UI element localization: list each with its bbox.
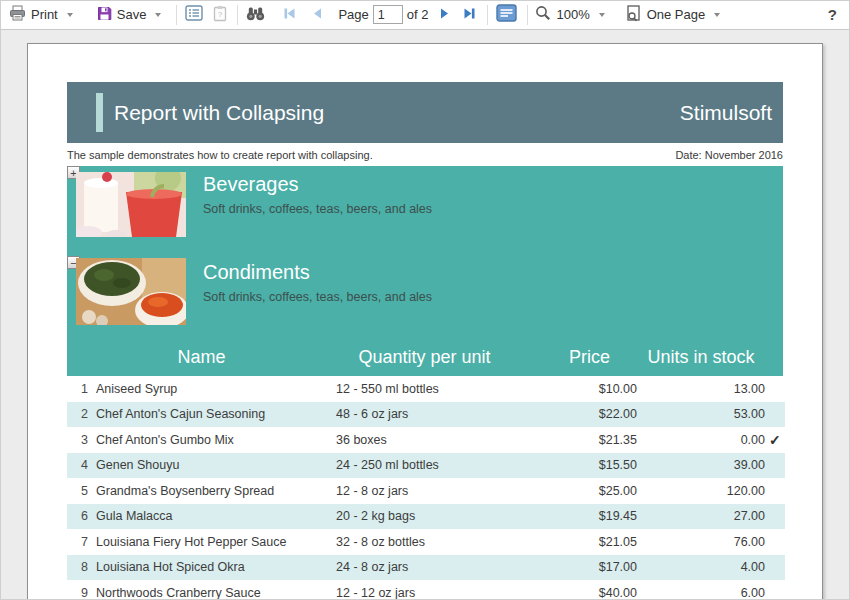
row-number: 7 — [67, 535, 96, 549]
full-screen-button[interactable] — [494, 2, 519, 28]
zoom-button[interactable]: 100% — [532, 2, 607, 28]
toolbar-separator — [176, 5, 177, 25]
cell-price: $21.35 — [542, 433, 637, 447]
bookmarks-panel-button[interactable] — [183, 2, 205, 28]
next-page-icon — [438, 7, 451, 23]
column-header-name: Name — [96, 347, 307, 368]
beverages-category: Beverages Soft drinks, coffees, teas, be… — [203, 173, 432, 216]
category-description: Soft drinks, coffees, teas, beers, and a… — [203, 202, 432, 216]
cell-units: 13.00 — [637, 382, 765, 396]
table-row: 2 Chef Anton's Cajun Seasoning 48 - 6 oz… — [67, 402, 785, 428]
one-page-icon — [625, 5, 642, 25]
page-label: Page — [338, 7, 368, 22]
svg-text:?: ? — [218, 10, 223, 19]
next-page-button[interactable] — [436, 2, 453, 28]
cell-quantity: 12 - 12 oz jars — [307, 586, 542, 600]
beverages-image — [76, 172, 186, 237]
table-row: 4 Genen Shouyu 24 - 250 ml bottles $15.5… — [67, 453, 785, 479]
table-row: 5 Grandma's Boysenberry Spread 12 - 8 oz… — [67, 478, 785, 504]
floppy-disk-icon — [97, 6, 112, 24]
previous-page-icon — [311, 7, 324, 23]
cell-name: Aniseed Syrup — [96, 382, 307, 396]
report-title: Report with Collapsing — [114, 101, 324, 125]
row-number: 3 — [67, 433, 96, 447]
check-mark-icon: ✓ — [765, 432, 785, 448]
cell-price: $15.50 — [542, 458, 637, 472]
help-button[interactable]: ? — [825, 6, 840, 23]
report-subheader: The sample demonstrates how to create re… — [67, 147, 783, 163]
cell-quantity: 12 - 8 oz jars — [307, 484, 542, 498]
toolbar-separator — [527, 5, 528, 25]
category-title: Beverages — [203, 173, 432, 196]
cell-name: Grandma's Boysenberry Spread — [96, 484, 307, 498]
cell-units: 76.00 — [637, 535, 765, 549]
row-number: 1 — [67, 382, 96, 396]
previous-page-button[interactable] — [309, 2, 326, 28]
toolbar-separator — [487, 5, 488, 25]
table-row: 6 Gula Malacca 20 - 2 kg bags $19.45 27.… — [67, 504, 785, 530]
cell-price: $17.00 — [542, 560, 637, 574]
report-title-banner: Report with Collapsing Stimulsoft — [67, 82, 783, 143]
magnifier-icon — [535, 5, 551, 24]
view-mode-button[interactable]: One Page — [622, 2, 724, 28]
cell-units: 120.00 — [637, 484, 765, 498]
cell-price: $21.05 — [542, 535, 637, 549]
report-date: Date: November 2016 — [675, 149, 783, 161]
cell-name: Genen Shouyu — [96, 458, 307, 472]
full-screen-icon — [496, 4, 517, 25]
table-row: 7 Louisiana Fiery Hot Pepper Sauce 32 - … — [67, 529, 785, 555]
save-button-label: Save — [117, 7, 147, 22]
parameters-panel-button[interactable]: ? — [211, 2, 229, 28]
table-row: 1 Aniseed Syrup 12 - 550 ml bottles $10.… — [67, 376, 785, 402]
condiments-category: Condiments Soft drinks, coffees, teas, b… — [203, 261, 432, 304]
cell-units: 0.00 — [637, 433, 765, 447]
first-page-icon — [283, 7, 297, 23]
save-button[interactable]: Save — [94, 2, 165, 28]
cell-name: Gula Malacca — [96, 509, 307, 523]
last-page-button[interactable] — [461, 2, 479, 28]
cell-quantity: 32 - 8 oz bottles — [307, 535, 542, 549]
table-header-row: Name Quantity per unit Price Units in st… — [67, 338, 785, 376]
table-row: 8 Louisiana Hot Spiced Okra 24 - 8 oz ja… — [67, 555, 785, 581]
cell-units: 4.00 — [637, 560, 765, 574]
cell-name: Chef Anton's Cajun Seasoning — [96, 407, 307, 421]
cell-quantity: 24 - 250 ml bottles — [307, 458, 542, 472]
last-page-icon — [463, 7, 477, 23]
cell-quantity: 48 - 6 oz jars — [307, 407, 542, 421]
cell-price: $22.00 — [542, 407, 637, 421]
chevron-down-icon — [599, 13, 605, 17]
row-number: 2 — [67, 407, 96, 421]
cell-name: Chef Anton's Gumbo Mix — [96, 433, 307, 447]
print-button-label: Print — [31, 7, 58, 22]
table-row: 9 Northwoods Cranberry Sauce 12 - 12 oz … — [67, 580, 785, 600]
table-body: 1 Aniseed Syrup 12 - 550 ml bottles $10.… — [67, 376, 785, 600]
first-page-button[interactable] — [281, 2, 299, 28]
category-title: Condiments — [203, 261, 432, 284]
row-number: 9 — [67, 586, 96, 600]
report-viewer-area: Report with Collapsing Stimulsoft The sa… — [0, 31, 850, 600]
cell-price: $19.45 — [542, 509, 637, 523]
row-number: 8 — [67, 560, 96, 574]
clipboard-question-icon: ? — [213, 5, 227, 25]
cell-name: Louisiana Hot Spiced Okra — [96, 560, 307, 574]
printer-icon — [9, 5, 26, 24]
cell-units: 39.00 — [637, 458, 765, 472]
report-description: The sample demonstrates how to create re… — [67, 149, 373, 161]
toolbar: Print Save — [0, 0, 850, 30]
view-mode-label: One Page — [647, 7, 706, 22]
cell-name: Northwoods Cranberry Sauce — [96, 586, 307, 600]
cell-price: $10.00 — [542, 382, 637, 396]
cell-units: 27.00 — [637, 509, 765, 523]
find-button[interactable] — [244, 2, 267, 28]
cell-quantity: 20 - 2 kg bags — [307, 509, 542, 523]
page-number-input[interactable] — [373, 5, 403, 24]
chevron-down-icon — [155, 13, 161, 17]
cell-units: 53.00 — [637, 407, 765, 421]
chevron-down-icon — [714, 13, 720, 17]
print-button[interactable]: Print — [6, 2, 76, 28]
zoom-value-label: 100% — [556, 7, 589, 22]
table-row: 3 Chef Anton's Gumbo Mix 36 boxes $21.35… — [67, 427, 785, 453]
bookmarks-list-icon — [185, 5, 203, 24]
cell-units: 6.00 — [637, 586, 765, 600]
category-group-block: + — [67, 166, 783, 376]
